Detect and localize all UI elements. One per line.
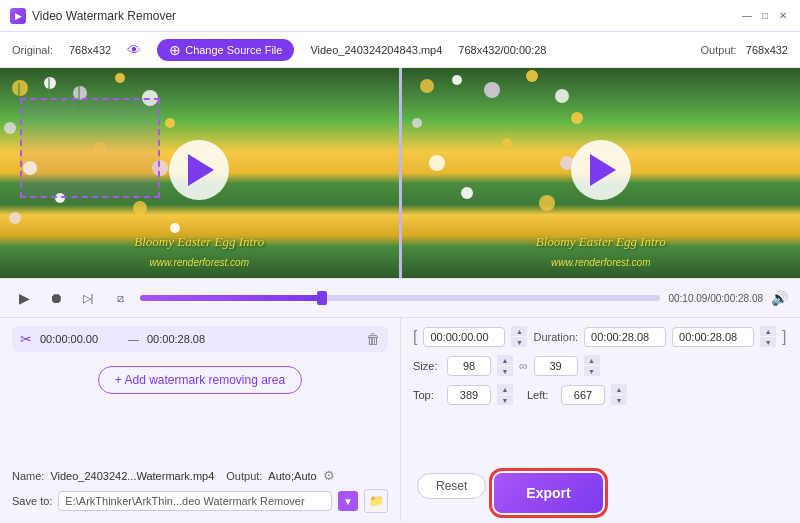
change-source-button[interactable]: ⊕ Change Source File <box>157 39 294 61</box>
right-bottom: Reset Export <box>413 473 788 513</box>
range-start-input[interactable] <box>423 327 505 347</box>
selection-overlay[interactable] <box>20 98 160 198</box>
duration-input[interactable] <box>584 327 666 347</box>
save-row: Save to: ▼ 📁 <box>12 489 388 513</box>
app-title: Video Watermark Remover <box>32 9 176 23</box>
stop-button[interactable]: ⏺ <box>44 286 68 310</box>
preview-icon[interactable]: 👁 <box>127 42 141 58</box>
watermark-url-right: www.renderforest.com <box>551 257 650 268</box>
minimize-button[interactable]: — <box>740 9 754 23</box>
frame-forward-button[interactable]: ▷| <box>76 286 100 310</box>
height-spin: ▲ ▼ <box>584 355 600 376</box>
output-video-panel: Bloomy Easter Egg Intro www.renderforest… <box>402 68 801 278</box>
play-triangle-left <box>188 154 214 186</box>
close-button[interactable]: ✕ <box>776 9 790 23</box>
left-input[interactable] <box>561 385 605 405</box>
svg-point-12 <box>9 212 21 224</box>
bracket-left: [ <box>413 329 417 345</box>
left-up[interactable]: ▲ <box>611 384 627 394</box>
size-row: Size: ▲ ▼ ∞ ▲ ▼ <box>413 355 788 376</box>
height-down[interactable]: ▼ <box>584 366 600 376</box>
app-icon: ▶ <box>10 8 26 24</box>
title-bar: ▶ Video Watermark Remover — □ ✕ <box>0 0 800 32</box>
height-input[interactable] <box>534 356 578 376</box>
name-value: Video_2403242...Watermark.mp4 <box>50 470 214 482</box>
height-up[interactable]: ▲ <box>584 355 600 365</box>
window-controls: — □ ✕ <box>740 9 790 23</box>
width-input[interactable] <box>447 356 491 376</box>
save-path-dropdown[interactable]: ▼ <box>338 491 358 511</box>
reset-button[interactable]: Reset <box>417 473 486 499</box>
svg-point-23 <box>571 112 583 124</box>
segment-end-input[interactable] <box>147 333 227 345</box>
controls-bar: ▶ ⏺ ▷| ⧄ 00:10.09/00:00:28.08 🔊 <box>0 278 800 318</box>
range-end-up[interactable]: ▲ <box>760 326 776 336</box>
range-end-down[interactable]: ▼ <box>760 337 776 347</box>
width-down[interactable]: ▼ <box>497 366 513 376</box>
svg-point-19 <box>484 82 500 98</box>
svg-point-3 <box>115 73 125 83</box>
total-time: 00:00:28.08 <box>710 293 763 304</box>
range-start-down[interactable]: ▼ <box>511 337 527 347</box>
progress-fill <box>140 295 322 301</box>
title-bar-left: ▶ Video Watermark Remover <box>10 8 176 24</box>
bracket-right: ] <box>782 329 786 345</box>
output-info: Output: 768x432 <box>701 44 788 56</box>
svg-rect-15 <box>48 78 50 96</box>
maximize-button[interactable]: □ <box>758 9 772 23</box>
svg-point-20 <box>526 70 538 82</box>
range-end-input[interactable] <box>672 327 754 347</box>
scissors-icon: ✂ <box>20 331 32 347</box>
save-path-input[interactable] <box>58 491 332 511</box>
save-to-label: Save to: <box>12 495 52 507</box>
output-value-small: Auto;Auto <box>268 470 316 482</box>
range-start-spin: ▲ ▼ <box>511 326 527 347</box>
play-pause-button[interactable]: ▶ <box>12 286 36 310</box>
top-down[interactable]: ▼ <box>497 395 513 405</box>
open-folder-button[interactable]: 📁 <box>364 489 388 513</box>
svg-point-25 <box>502 138 512 148</box>
output-value: 768x432 <box>746 44 788 56</box>
watermark-text-right: Bloomy Easter Egg Intro <box>536 234 666 250</box>
svg-point-13 <box>170 223 180 233</box>
range-row: [ ▲ ▼ Duration: ▲ ▼ ] <box>413 326 788 347</box>
top-up[interactable]: ▲ <box>497 384 513 394</box>
info-bar: Original: 768x432 👁 ⊕ Change Source File… <box>0 32 800 68</box>
range-start-up[interactable]: ▲ <box>511 326 527 336</box>
segment-row: ✂ — 🗑 <box>12 326 388 352</box>
top-input[interactable] <box>447 385 491 405</box>
original-video-panel: Bloomy Easter Egg Intro www.renderforest… <box>0 68 399 278</box>
left-panel: ✂ — 🗑 + Add watermark removing area Name… <box>0 318 400 521</box>
file-name: Video_240324204843.mp4 <box>310 44 442 56</box>
segment-start-input[interactable] <box>40 333 120 345</box>
watermark-text-left: Bloomy Easter Egg Intro <box>134 234 264 250</box>
delete-segment-icon[interactable]: 🗑 <box>366 331 380 347</box>
change-source-label: Change Source File <box>185 44 282 56</box>
play-button-right[interactable] <box>571 140 631 200</box>
right-panel: [ ▲ ▼ Duration: ▲ ▼ ] Size: ▲ ▼ ∞ <box>400 318 800 521</box>
output-label-small: Output: <box>226 470 262 482</box>
add-watermark-button[interactable]: + Add watermark removing area <box>98 366 302 394</box>
width-spin: ▲ ▼ <box>497 355 513 376</box>
position-row: Top: ▲ ▼ Left: ▲ ▼ <box>413 384 788 405</box>
export-button[interactable]: Export <box>494 473 602 513</box>
svg-point-28 <box>539 195 555 211</box>
top-spin: ▲ ▼ <box>497 384 513 405</box>
play-button-left[interactable] <box>169 140 229 200</box>
clip-button[interactable]: ⧄ <box>108 286 132 310</box>
width-up[interactable]: ▲ <box>497 355 513 365</box>
name-label: Name: <box>12 470 44 482</box>
svg-point-18 <box>452 75 462 85</box>
link-icon[interactable]: ∞ <box>519 359 528 373</box>
range-end-spin: ▲ ▼ <box>760 326 776 347</box>
left-label: Left: <box>527 389 555 401</box>
add-watermark-label: + Add watermark removing area <box>115 373 285 387</box>
watermark-url-left: www.renderforest.com <box>150 257 249 268</box>
svg-point-27 <box>461 187 473 199</box>
left-down[interactable]: ▼ <box>611 395 627 405</box>
progress-bar[interactable] <box>140 295 660 301</box>
progress-handle[interactable] <box>317 291 327 305</box>
settings-icon[interactable]: ⚙ <box>323 468 335 483</box>
volume-icon[interactable]: 🔊 <box>771 290 788 306</box>
svg-point-11 <box>133 201 147 215</box>
